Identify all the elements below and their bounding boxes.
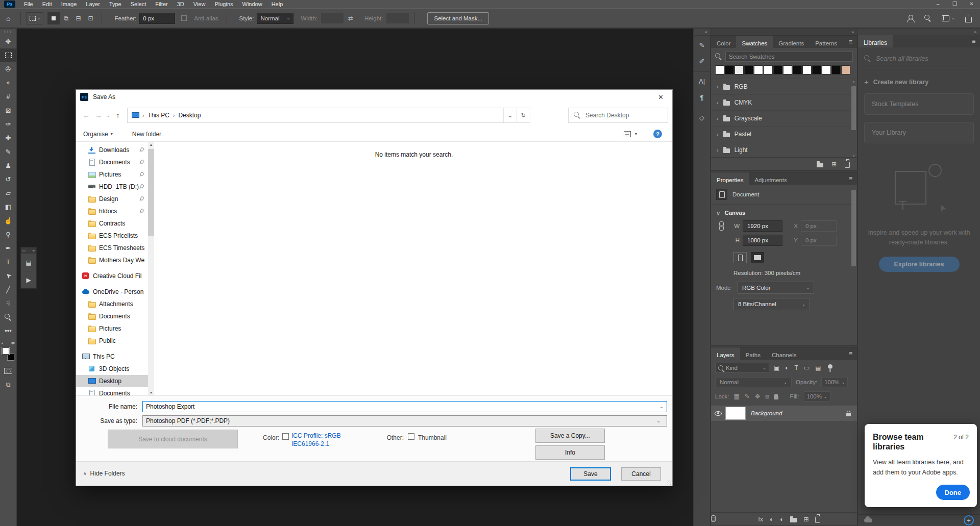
- swatch[interactable]: [841, 65, 850, 74]
- swatch-group-row[interactable]: ›RGB: [711, 79, 857, 95]
- libraries-header[interactable]: »: [858, 29, 980, 35]
- tree-item-ecs-pricelists[interactable]: ECS Pricelists: [76, 230, 148, 242]
- thumbnail-checkbox[interactable]: [408, 433, 414, 440]
- edit-toolbar-button[interactable]: •••: [0, 324, 17, 338]
- smudge-tool[interactable]: ☝: [0, 214, 17, 228]
- select-and-mask-button[interactable]: Select and Mask...: [427, 12, 489, 24]
- new-folder-button[interactable]: New folder: [132, 131, 161, 138]
- menu-select[interactable]: Select: [126, 0, 151, 8]
- lock-all-icon[interactable]: [774, 396, 778, 399]
- address-dropdown-icon[interactable]: ⌄: [503, 108, 517, 122]
- tab-libraries[interactable]: Libraries: [858, 35, 893, 47]
- canvas-width-field[interactable]: 1920 px: [743, 220, 782, 232]
- bit-depth-select[interactable]: 8 Bits/Channel⌄: [733, 298, 810, 310]
- link-dimensions-icon[interactable]: [719, 221, 723, 230]
- swatch[interactable]: [734, 65, 744, 74]
- menu-layer[interactable]: Layer: [81, 0, 105, 8]
- menu-3d[interactable]: 3D: [173, 0, 189, 8]
- move-tool[interactable]: ✥: [0, 35, 17, 48]
- opacity-field[interactable]: 100%⌄: [821, 377, 848, 387]
- tab-properties[interactable]: Properties: [711, 172, 749, 185]
- line-tool[interactable]: ╱: [0, 283, 17, 296]
- swatch[interactable]: [725, 65, 734, 74]
- swatch[interactable]: [715, 65, 724, 74]
- landscape-orientation-button[interactable]: [751, 252, 764, 263]
- tree-item-desktop[interactable]: Desktop: [76, 375, 148, 387]
- new-group-icon[interactable]: [817, 163, 823, 167]
- menu-file[interactable]: File: [19, 0, 38, 8]
- search-icon[interactable]: [924, 15, 932, 22]
- brushes-icon[interactable]: ✐: [693, 53, 710, 69]
- add-selection-button[interactable]: ⧉: [60, 12, 72, 24]
- tool-preset-button[interactable]: ⌄: [26, 12, 43, 24]
- tab-gradients[interactable]: Gradients: [773, 36, 810, 48]
- chevron-down-icon[interactable]: ⌄: [656, 404, 667, 409]
- dodge-tool[interactable]: ⚲: [0, 228, 17, 241]
- breadcrumb-desktop[interactable]: Desktop: [178, 112, 201, 119]
- actions-panel-icon[interactable]: ▶: [21, 271, 36, 288]
- save-a-copy-button[interactable]: Save a Copy...: [535, 429, 605, 443]
- canvas-x-field[interactable]: 0 px: [801, 220, 837, 232]
- add-mask-icon[interactable]: ◐: [770, 516, 773, 523]
- forward-button[interactable]: →: [92, 111, 105, 119]
- menu-window[interactable]: Window: [238, 0, 267, 8]
- dock-header[interactable]: «: [694, 29, 710, 35]
- link-layers-icon[interactable]: [748, 515, 752, 523]
- anti-alias-checkbox[interactable]: [181, 15, 187, 21]
- collapsed-panel-header[interactable]: »: [21, 247, 36, 254]
- adjustment-layer-icon[interactable]: ◐: [780, 516, 783, 523]
- tab-adjustments[interactable]: Adjustments: [749, 172, 792, 185]
- menu-edit[interactable]: Edit: [38, 0, 57, 8]
- history-panel-icon[interactable]: ▤: [21, 254, 36, 271]
- subtract-selection-button[interactable]: ⊟: [72, 12, 84, 24]
- panel-column-header[interactable]: »: [710, 29, 857, 35]
- tree-item-public[interactable]: Public: [76, 335, 148, 347]
- eyedropper-tool[interactable]: ✑: [0, 117, 17, 131]
- tab-layers[interactable]: Layers: [711, 347, 740, 360]
- dialog-title-bar[interactable]: Ps Save As ✕: [76, 90, 672, 104]
- character-panel-icon[interactable]: A|: [693, 73, 710, 89]
- new-selection-button[interactable]: [47, 12, 60, 24]
- icc-profile-label[interactable]: ICC Profile: sRGBIEC61966-2.1: [291, 432, 341, 448]
- close-icon[interactable]: ✕: [649, 90, 672, 104]
- home-icon[interactable]: ⌂: [6, 14, 10, 22]
- up-button[interactable]: ↑: [112, 111, 124, 119]
- filter-type-icon[interactable]: T: [795, 364, 798, 371]
- search-box[interactable]: [568, 108, 668, 123]
- lasso-tool[interactable]: ✇: [0, 62, 17, 76]
- hide-folders-button[interactable]: ∧Hide Folders: [83, 470, 125, 477]
- swatch[interactable]: [754, 65, 763, 74]
- swap-dimensions-icon[interactable]: ⇄: [348, 15, 353, 22]
- scroll-thumb[interactable]: [851, 190, 856, 266]
- explore-libraries-button[interactable]: Explore libraries: [879, 257, 960, 272]
- width-input[interactable]: [321, 13, 344, 24]
- scrollbar[interactable]: ∧ ∨: [851, 80, 856, 158]
- swatch-search-input[interactable]: [725, 52, 853, 62]
- fill-field[interactable]: 100%⌄: [804, 391, 830, 402]
- lock-artboard-icon[interactable]: ⧈: [765, 393, 769, 400]
- tree-item-htdocs[interactable]: htdocs: [76, 205, 148, 217]
- info-button[interactable]: Info: [535, 445, 605, 460]
- brush-settings-icon[interactable]: ✎: [693, 37, 710, 53]
- recent-locations-icon[interactable]: ⌄: [105, 113, 112, 118]
- menu-filter[interactable]: Filter: [151, 0, 172, 8]
- menu-view[interactable]: View: [189, 0, 210, 8]
- library-button-stock-templates[interactable]: Stock Templates: [864, 93, 974, 115]
- crop-tool[interactable]: #: [0, 90, 17, 104]
- swatch-group-row[interactable]: ›Grayscale: [711, 111, 857, 127]
- tree-item-pictures[interactable]: Pictures: [76, 322, 148, 335]
- tree-item-documents[interactable]: Documents: [76, 310, 148, 322]
- minimize-button[interactable]: –: [929, 0, 946, 8]
- expand-panel-icon[interactable]: »: [33, 248, 35, 253]
- layer-lock-icon[interactable]: [846, 413, 851, 416]
- swatch[interactable]: [744, 65, 753, 74]
- save-to-cloud-button[interactable]: Save to cloud documents: [108, 430, 238, 448]
- tab-patterns[interactable]: Patterns: [810, 36, 843, 48]
- swatch[interactable]: [773, 65, 782, 74]
- new-layer-icon[interactable]: ⊞: [803, 516, 808, 523]
- file-name-input[interactable]: [143, 403, 656, 410]
- brush-tool[interactable]: ✎: [0, 145, 17, 159]
- done-button[interactable]: Done: [936, 485, 970, 500]
- organise-button[interactable]: Organise▾: [83, 131, 113, 138]
- quick-mask-button[interactable]: [4, 368, 12, 374]
